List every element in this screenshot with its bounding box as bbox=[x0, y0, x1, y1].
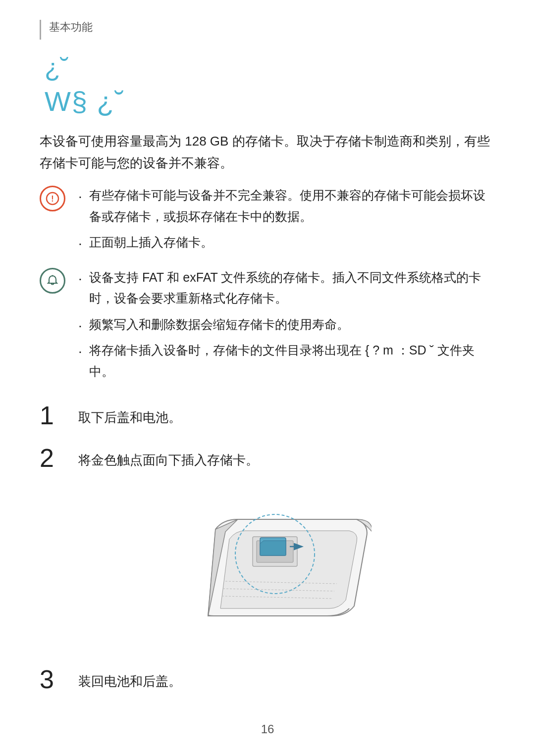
info-bullet-3: 将存储卡插入设备时，存储卡的文件目录将出现在 { ? m ：SD ˘ 文件夹中。 bbox=[75, 340, 495, 382]
step-1: 1 取下后盖和电池。 bbox=[40, 402, 495, 430]
step-2-number: 2 bbox=[40, 444, 69, 472]
svg-text:!: ! bbox=[51, 195, 54, 203]
info-bullet-list: 设备支持 FAT 和 exFAT 文件系统的存储卡。插入不同文件系统格式的卡时，… bbox=[75, 267, 495, 382]
step-3-number: 3 bbox=[40, 665, 69, 694]
warning-content: 有些存储卡可能与设备并不完全兼容。使用不兼容的存储卡可能会损坏设备或存储卡，或损… bbox=[75, 185, 495, 258]
step-2-text: 将金色触点面向下插入存储卡。 bbox=[78, 444, 259, 471]
info-bullet-2: 频繁写入和删除数据会缩短存储卡的使用寿命。 bbox=[75, 314, 495, 335]
page-container: 基本功能 ¿˘ W§ ¿˘ 本设备可使用容量最高为 128 GB 的存储卡。取决… bbox=[0, 0, 535, 756]
page-number: 16 bbox=[261, 722, 274, 736]
warning-icon: ! bbox=[40, 186, 65, 211]
notices-block: ! 有些存储卡可能与设备并不完全兼容。使用不兼容的存储卡可能会损坏设备或存储卡，… bbox=[40, 185, 495, 387]
diagram-container bbox=[40, 487, 495, 646]
step-3: 3 装回电池和后盖。 bbox=[40, 665, 495, 694]
info-icon bbox=[40, 268, 65, 294]
steps-section: 1 取下后盖和电池。 2 将金色触点面向下插入存储卡。 bbox=[40, 402, 495, 694]
step-1-number: 1 bbox=[40, 402, 69, 430]
info-bullet-1: 设备支持 FAT 和 exFAT 文件系统的存储卡。插入不同文件系统格式的卡时，… bbox=[75, 267, 495, 309]
step-1-text: 取下后盖和电池。 bbox=[78, 402, 181, 428]
info-notice: 设备支持 FAT 和 exFAT 文件系统的存储卡。插入不同文件系统格式的卡时，… bbox=[40, 267, 495, 387]
device-diagram-svg bbox=[163, 487, 372, 646]
step-3-text: 装回电池和后盖。 bbox=[78, 665, 181, 692]
section-title: W§ ¿˘ bbox=[45, 85, 495, 117]
section-icon: ¿˘ bbox=[45, 54, 69, 80]
warning-bullet-1: 有些存储卡可能与设备并不完全兼容。使用不兼容的存储卡可能会损坏设备或存储卡，或损… bbox=[75, 185, 495, 227]
breadcrumb: 基本功能 bbox=[40, 20, 495, 40]
svg-point-2 bbox=[52, 275, 54, 276]
info-content: 设备支持 FAT 和 exFAT 文件系统的存储卡。插入不同文件系统格式的卡时，… bbox=[75, 267, 495, 387]
warning-notice: ! 有些存储卡可能与设备并不完全兼容。使用不兼容的存储卡可能会损坏设备或存储卡，… bbox=[40, 185, 495, 258]
section-icon-area: ¿˘ bbox=[45, 54, 495, 80]
warning-bullet-list: 有些存储卡可能与设备并不完全兼容。使用不兼容的存储卡可能会损坏设备或存储卡，或损… bbox=[75, 185, 495, 253]
step-2: 2 将金色触点面向下插入存储卡。 bbox=[40, 444, 495, 472]
warning-bullet-2: 正面朝上插入存储卡。 bbox=[75, 232, 495, 253]
intro-text: 本设备可使用容量最高为 128 GB 的存储卡。取决于存储卡制造商和类别，有些 … bbox=[40, 130, 495, 174]
